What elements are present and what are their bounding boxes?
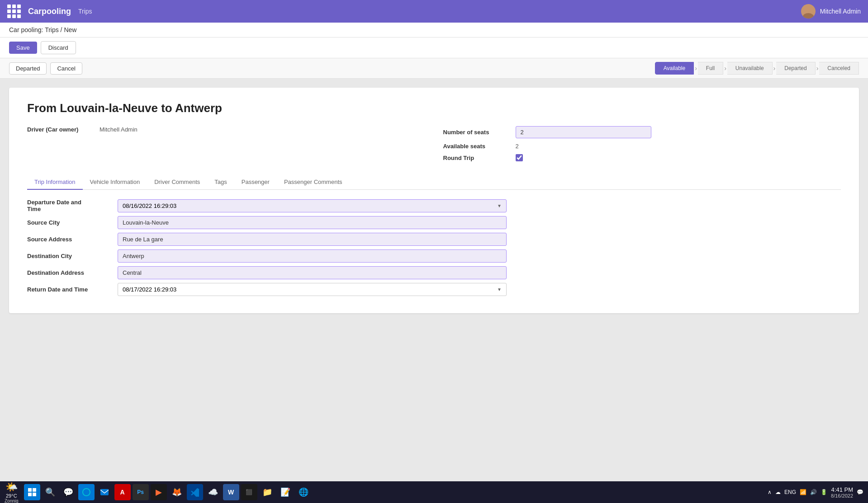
pipeline-unavailable[interactable]: Unavailable (727, 62, 773, 75)
windows-button[interactable] (24, 484, 40, 500)
save-button[interactable]: Save (9, 42, 37, 54)
tab-driver-comments[interactable]: Driver Comments (147, 175, 207, 190)
seats-label: Number of seats (443, 129, 516, 136)
departure-input-wrapper[interactable]: 08/16/2022 16:29:03 ▼ (118, 199, 507, 212)
user-avatar (801, 4, 816, 19)
left-fields: Driver (Car owner) Mitchell Admin (27, 126, 425, 166)
pipeline-full[interactable]: Full (698, 62, 723, 75)
svg-rect-4 (28, 493, 32, 496)
form-card: From Louvain-la-Neuve to Antwerp Driver … (9, 88, 859, 313)
word-taskbar-icon[interactable]: W (223, 484, 239, 500)
svg-point-0 (805, 6, 811, 13)
tab-tags[interactable]: Tags (207, 175, 234, 190)
destination-city-label: Destination City (27, 253, 118, 259)
pipeline-departed[interactable]: Departed (776, 62, 815, 75)
breadcrumb-area: Car pooling: Trips / New (0, 23, 868, 38)
status-actions: Departed Cancel (9, 62, 82, 75)
status-pipeline: Available › Full › Unavailable › Departe… (655, 62, 859, 75)
destination-city-input[interactable] (118, 249, 507, 263)
access-taskbar-icon[interactable]: A (114, 484, 131, 500)
departure-value: 08/16/2022 16:29:03 (123, 202, 176, 209)
return-date-field-row: Return Date and Time 08/17/2022 16:29:03… (27, 283, 841, 296)
source-city-field-row: Source City (27, 216, 841, 229)
svg-rect-3 (33, 488, 36, 492)
arrow-4: › (816, 65, 820, 72)
action-bar: Save Discard (0, 38, 868, 58)
driver-value: Mitchell Admin (100, 126, 138, 133)
media-taskbar-icon[interactable]: ▶ (151, 484, 167, 500)
departure-dropdown-icon: ▼ (497, 203, 502, 208)
weather-widget: 🌤️ 29°C Zonnig (5, 481, 19, 503)
cloud-taskbar-icon[interactable]: ☁️ (205, 484, 221, 500)
edge-taskbar-icon[interactable] (78, 484, 95, 500)
grid-menu-icon[interactable] (7, 5, 21, 18)
return-date-label: Return Date and Time (27, 286, 118, 293)
chat-taskbar-icon[interactable]: 💬 (60, 484, 76, 500)
source-city-input[interactable] (118, 216, 507, 229)
taskbar-left: 🌤️ 29°C Zonnig 🔍 💬 A Ps ▶ 🦊 ☁️ (5, 481, 312, 503)
clock-date: 8/16/2022 (831, 493, 853, 498)
notes-taskbar-icon[interactable]: 📝 (277, 484, 294, 500)
terminal-taskbar-icon[interactable]: ⬛ (241, 484, 257, 500)
svg-point-1 (803, 13, 814, 19)
tab-passenger-comments[interactable]: Passenger Comments (277, 175, 350, 190)
clock-time: 4:41 PM (831, 486, 853, 493)
source-city-label: Source City (27, 219, 118, 226)
destination-address-label: Destination Address (27, 269, 118, 276)
departed-button[interactable]: Departed (9, 62, 47, 75)
cancel-button[interactable]: Cancel (50, 62, 82, 75)
topbar-left: Carpooling Trips (7, 5, 92, 18)
seats-input[interactable] (516, 126, 651, 138)
app-name: Carpooling (28, 7, 71, 16)
firefox-taskbar-icon[interactable]: 🦊 (169, 484, 185, 500)
pipeline-canceled[interactable]: Canceled (819, 62, 859, 75)
taskbar-right: ∧ ☁ ENG 📶 🔊 🔋 4:41 PM 8/16/2022 💬 (768, 486, 863, 498)
files-taskbar-icon[interactable]: 📁 (259, 484, 275, 500)
return-date-input-wrapper[interactable]: 08/17/2022 16:29:03 ▼ (118, 283, 507, 296)
status-bar: Departed Cancel Available › Full › Unava… (0, 58, 868, 79)
source-address-label: Source Address (27, 236, 118, 243)
tab-trip-information[interactable]: Trip Information (27, 175, 83, 190)
taskbar: 🌤️ 29°C Zonnig 🔍 💬 A Ps ▶ 🦊 ☁️ (0, 481, 868, 503)
cloud-status-icon: ☁ (775, 489, 781, 495)
round-trip-checkbox[interactable] (516, 154, 523, 161)
notification-icon[interactable]: 💬 (857, 489, 863, 495)
arrow-3: › (773, 65, 777, 72)
user-menu[interactable]: Mitchell Admin (801, 4, 861, 19)
available-seats-field-row: Available seats 2 (443, 143, 841, 150)
destination-address-input[interactable] (118, 266, 507, 279)
wifi-icon[interactable]: 📶 (800, 489, 806, 495)
weather-desc: Zonnig (5, 498, 19, 503)
trips-menu-item[interactable]: Trips (78, 8, 92, 15)
svg-rect-5 (33, 493, 36, 496)
return-date-dropdown-icon: ▼ (497, 287, 502, 292)
arrow-2: › (723, 65, 727, 72)
vscode-taskbar-icon[interactable] (187, 484, 203, 500)
round-trip-field-row: Round Trip (443, 154, 841, 161)
pipeline-available[interactable]: Available (655, 62, 694, 75)
tab-vehicle-information[interactable]: Vehicle Information (83, 175, 147, 190)
outlook-taskbar-icon[interactable] (96, 484, 113, 500)
breadcrumb-text: Car pooling: Trips / New (9, 26, 76, 33)
language-label[interactable]: ENG (784, 489, 796, 495)
browser2-taskbar-icon[interactable]: 🌐 (295, 484, 312, 500)
driver-field-row: Driver (Car owner) Mitchell Admin (27, 126, 425, 133)
photoshop-taskbar-icon[interactable]: Ps (133, 484, 149, 500)
svg-rect-6 (100, 489, 109, 495)
arrow-1: › (694, 65, 698, 72)
discard-button[interactable]: Discard (41, 41, 76, 54)
source-address-field-row: Source Address (27, 233, 841, 246)
return-date-value: 08/17/2022 16:29:03 (123, 286, 176, 293)
search-taskbar-icon[interactable]: 🔍 (42, 484, 58, 500)
username: Mitchell Admin (820, 8, 861, 15)
source-address-input[interactable] (118, 233, 507, 246)
battery-icon: 🔋 (821, 489, 827, 495)
time-display[interactable]: 4:41 PM 8/16/2022 (831, 486, 853, 498)
volume-icon[interactable]: 🔊 (810, 489, 817, 495)
breadcrumb: Car pooling: Trips / New (9, 26, 859, 33)
chevron-up-icon[interactable]: ∧ (768, 489, 772, 495)
form-title: From Louvain-la-Neuve to Antwerp (27, 101, 841, 115)
tab-passenger[interactable]: Passenger (234, 175, 277, 190)
destination-city-field-row: Destination City (27, 249, 841, 263)
weather-temp: 29°C (6, 493, 17, 498)
